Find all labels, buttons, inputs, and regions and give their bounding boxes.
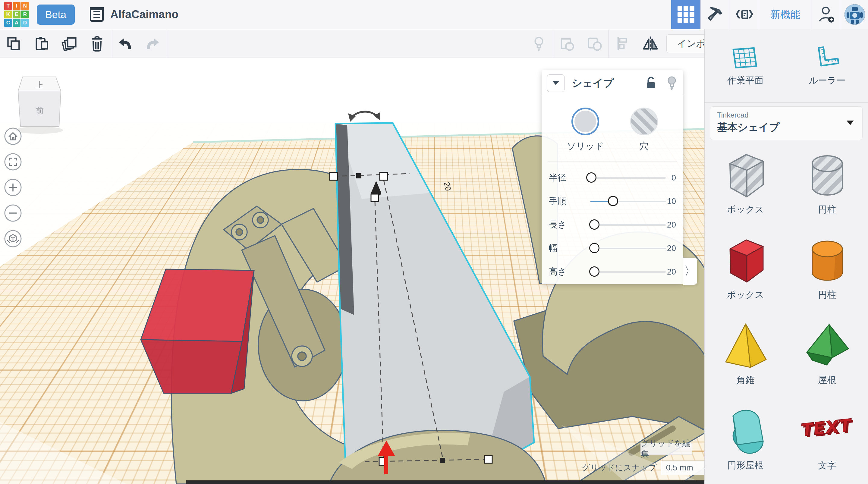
fit-view-button[interactable] (5, 154, 21, 170)
shapes-sidebar: 作業平面 ルーラー Tinkerca (704, 29, 868, 484)
shape-round-roof[interactable]: 円形屋根 (705, 403, 786, 484)
shape-roof[interactable]: 屋根 (786, 317, 868, 403)
copy-button[interactable] (0, 30, 28, 58)
shape-gallery: ボックス 円柱 ボックス (705, 147, 868, 484)
header-right: 新機能 (671, 0, 868, 29)
workplane-tool[interactable]: 作業平面 (705, 29, 786, 102)
mirror-button[interactable] (637, 30, 664, 58)
slider-value: 20 (667, 267, 676, 277)
panel-collapse-button[interactable] (547, 74, 564, 92)
slider-radius: 半径 0 (549, 166, 676, 189)
shape-text[interactable]: TEXT TEXT 文字 (786, 403, 868, 484)
slider-knob[interactable] (586, 172, 596, 183)
slider-knob[interactable] (589, 219, 599, 230)
minecraft-export-button[interactable] (701, 0, 730, 29)
shape-label: 屋根 (818, 374, 836, 386)
chevron-down-icon (553, 81, 559, 85)
design-menu-icon[interactable] (90, 7, 104, 22)
sidebar-divider (705, 102, 868, 103)
align-button[interactable] (609, 30, 637, 58)
paste-icon (34, 36, 50, 52)
workplane-label: 作業平面 (727, 74, 764, 87)
home-view-button[interactable] (5, 128, 21, 144)
unlock-icon[interactable] (645, 75, 658, 91)
scale-handle[interactable] (380, 172, 388, 180)
logo-letter: K (4, 10, 12, 19)
design-title[interactable]: AlfaCaimano (110, 8, 179, 21)
new-features-link[interactable]: 新機能 (759, 0, 812, 29)
edge-handle[interactable] (356, 173, 361, 178)
hole-option[interactable]: 穴 (630, 108, 658, 152)
solid-option[interactable]: ソリッド (567, 108, 604, 152)
view-cube[interactable]: 上 前 (16, 77, 63, 134)
slider-label: 長さ (549, 219, 587, 231)
slider-track[interactable] (590, 224, 666, 226)
slider-value: 10 (667, 197, 676, 206)
account-menu[interactable] (841, 0, 868, 29)
invite-button[interactable] (812, 0, 841, 29)
redo-button[interactable] (139, 30, 167, 58)
tips-button[interactable] (525, 30, 553, 58)
ruler-tool[interactable]: ルーラー (786, 29, 868, 102)
blocks-view-button[interactable] (671, 0, 701, 29)
slider-height: 高さ 20 (549, 260, 676, 283)
rotate-handle[interactable] (351, 112, 377, 118)
text-shape-icon: TEXT TEXT (797, 405, 858, 459)
codeblocks-button[interactable] (730, 0, 759, 29)
lightbulb-icon (531, 36, 547, 52)
slider-value: 20 (667, 220, 676, 230)
slider-track[interactable] (590, 177, 666, 179)
logo-letter: A (13, 19, 21, 27)
scale-handle[interactable] (485, 456, 492, 463)
category-name: 基本シェイプ (717, 121, 856, 134)
undo-button[interactable] (111, 30, 139, 58)
pyramid-icon (721, 320, 770, 373)
slider-track[interactable] (590, 271, 666, 273)
hole-box-icon (721, 149, 770, 203)
slider-track[interactable] (590, 201, 666, 202)
delete-button[interactable] (83, 30, 111, 58)
shape-cylinder[interactable]: 円柱 (786, 232, 868, 317)
paste-button[interactable] (28, 30, 56, 58)
shape-inspector-panel: シェイプ ソリッド 穴 (541, 70, 683, 284)
model-bolt-hole (236, 229, 243, 235)
slider-knob[interactable] (589, 266, 599, 277)
ungroup-button[interactable] (581, 30, 609, 58)
beta-button[interactable]: Beta (37, 4, 75, 25)
category-brand: Tinkercad (717, 111, 856, 119)
shape-label: 円柱 (818, 204, 836, 216)
scale-handle[interactable] (330, 172, 338, 180)
shape-box[interactable]: ボックス (705, 232, 786, 317)
redo-icon (145, 37, 161, 50)
red-box[interactable] (141, 269, 254, 393)
slider-knob[interactable] (589, 243, 599, 253)
duplicate-button[interactable] (56, 30, 83, 58)
slider-track[interactable] (590, 248, 666, 249)
lightbulb-icon[interactable] (666, 75, 678, 91)
logo-letter: R (21, 10, 29, 19)
logo-letter: D (21, 19, 29, 27)
view-cube-top-label: 上 (36, 81, 44, 90)
shape-category-dropdown[interactable]: Tinkercad 基本シェイプ (710, 107, 863, 140)
edge-handle[interactable] (440, 458, 445, 463)
panel-expand-tab[interactable]: 〉 (683, 258, 697, 285)
logo-letter: C (4, 19, 12, 27)
view-cube-shadow (16, 127, 63, 134)
shape-hole-cylinder[interactable]: 円柱 (786, 147, 868, 232)
hole-label: 穴 (640, 140, 649, 152)
code-blocks-icon (735, 6, 754, 23)
cylinder-icon (803, 235, 851, 288)
edit-grid-button[interactable]: グリッドを編集 (641, 443, 692, 455)
slider-label: 高さ (549, 266, 587, 278)
panel-title: シェイプ (572, 76, 614, 90)
selected-box[interactable] (336, 123, 534, 481)
shape-pyramid[interactable]: 角錐 (705, 317, 786, 403)
scale-handle[interactable] (371, 194, 378, 202)
move-up-arrow-stem (384, 456, 388, 474)
shape-hole-box[interactable]: ボックス (705, 147, 786, 232)
chevron-down-icon (846, 121, 854, 125)
roof-icon (803, 320, 851, 373)
tinkercad-logo[interactable]: T I N K E R C A D (4, 2, 29, 27)
group-button[interactable] (553, 30, 581, 58)
slider-knob[interactable] (608, 196, 618, 206)
